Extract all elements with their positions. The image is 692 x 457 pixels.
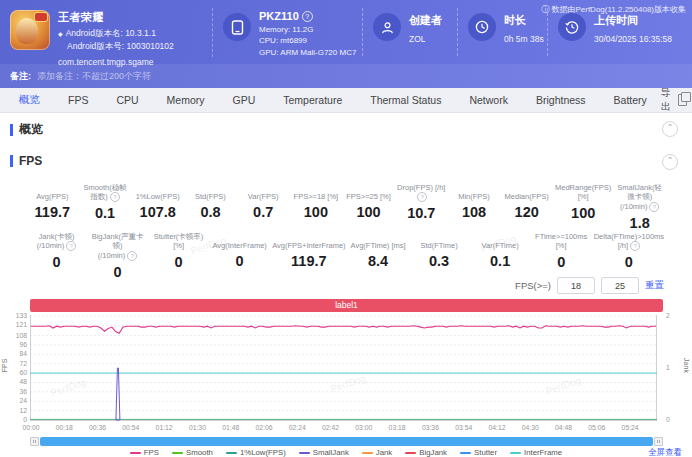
legend-item-fps[interactable]: FPS [130,448,159,457]
stat-label: Delta(FTime)>100ms [/h]? [594,232,664,251]
chart-scrollbar[interactable] [30,437,663,446]
stat-value: 120 [502,204,551,220]
upload-time-value: 30/04/2025 16:35:58 [594,34,672,44]
legend-marker [226,452,237,454]
phone-icon [223,13,251,41]
stat-cell: Delta(FTime)>100ms [/h]?0 [592,232,666,280]
scrollbar-left-handle[interactable] [30,437,39,446]
x-axis-tick: 01:12 [156,424,173,431]
x-axis-tick: 03:18 [389,424,406,431]
x-axis-tick: 02:24 [289,424,306,431]
diamond-icon: ◆ [58,31,63,37]
legend-marker [299,452,310,454]
right-axis-tick: 0 [666,416,670,423]
fps-chart-plot[interactable] [30,315,657,421]
tab-temperature[interactable]: Temperature [269,94,356,106]
export-button[interactable]: 导出 [661,86,687,114]
stat-label: FTime>=100ms [%] [533,232,590,251]
legend-item-smooth[interactable]: Smooth [172,448,213,457]
stat-value: 119.7 [272,253,345,269]
clock-icon [468,13,496,41]
help-icon[interactable]: ? [110,192,120,202]
left-axis-tick: 133 [7,312,27,319]
stat-cell: Avg(FPS+InterFrame)119.7 [270,232,347,280]
stat-value: 100 [555,205,611,221]
android-version-code: Android版本号: 1003010102 [58,41,174,53]
stat-value: 119.7 [28,204,77,220]
note-bar[interactable]: 备注: 添加备注：不超过200个字符 [0,64,692,88]
help-icon[interactable]: ? [127,251,137,261]
stat-value: 10.7 [397,205,446,221]
tab-memory[interactable]: Memory [153,94,219,106]
stat-value: 0 [150,254,207,270]
right-axis-tick: 1 [666,364,670,371]
legend-label: Smooth [186,448,213,457]
duration-label: 时长 [504,13,544,28]
tab-cpu[interactable]: CPU [102,94,152,106]
stat-label: Var(FTime) [472,232,529,250]
tab-network[interactable]: Network [455,94,522,106]
creator-value: ZOL [409,34,442,44]
legend-item-interframe[interactable]: InterFrame [510,448,562,457]
scrollbar-right-handle[interactable] [654,437,663,446]
device-info: PKZ110? Memory: 11.2G CPU: mt6899 GPU: A… [212,8,362,57]
upload-time-info: 上传时间 30/04/2025 16:35:58 [547,8,692,56]
fullscreen-link[interactable]: 全屏查看 [648,447,682,457]
stat-label: Avg(InterFrame) [211,232,268,250]
stat-cell: Stutter(卡顿率) [%]0 [148,232,209,280]
android-version-name: Android版本名: 10.3.1.1 [66,28,156,40]
help-icon[interactable]: ? [66,241,76,251]
game-app-icon [10,10,50,50]
stat-cell: Std(FPS)0.8 [184,183,237,231]
tab-brightness[interactable]: Brightness [522,94,600,106]
legend-item-bigjank[interactable]: BigJank [405,448,447,457]
stat-label: Drop(FPS) [/h]? [397,183,446,202]
stat-label: Jank(卡顿)(/10min)? [28,232,85,251]
left-axis-tick: 24 [7,397,27,404]
stat-label: FPS>=25 [%] [344,183,393,201]
note-placeholder: 添加备注：不超过200个字符 [37,70,151,83]
stat-cell: Avg(FPS)119.7 [26,183,79,231]
tab-thermal-status[interactable]: Thermal Status [356,94,455,106]
stat-value: 100 [292,204,341,220]
tab-gpu[interactable]: GPU [219,94,270,106]
stat-value: 0 [28,254,85,270]
left-axis-tick: 121 [7,321,27,328]
tab-fps[interactable]: FPS [54,94,102,106]
chart-label-banner: label1 [30,299,663,312]
stat-label: Stutter(卡顿率) [%] [150,232,207,251]
device-cpu: CPU: mt6899 [259,36,356,45]
help-icon[interactable]: ? [630,241,640,251]
reset-link[interactable]: 重置 [645,279,664,292]
legend-marker [460,452,471,454]
fps-stats-row-2: Jank(卡顿)(/10min)?0BigJank(严重卡顿)(/10min)?… [26,232,666,280]
tab-概览[interactable]: 概览 [5,93,54,107]
stat-cell: 1%Low(FPS)107.8 [131,183,184,231]
scrollbar-track[interactable] [40,437,653,446]
device-memory: Memory: 11.2G [259,25,356,34]
tab-battery[interactable]: Battery [600,94,661,106]
legend-item-jank[interactable]: Jank [362,448,392,457]
help-icon[interactable]: ? [649,202,659,212]
perfdog-report-page: ⓘ 数据由PerfDog(11.2.250408)版本收集 王者荣耀 ◆Andr… [0,0,692,457]
stat-cell: Smooth(稳帧指数)?0.1 [79,183,132,231]
legend-item-stutter[interactable]: Stutter [460,448,497,457]
x-axis-tick: 01:30 [189,424,206,431]
legend-label: BigJank [419,448,447,457]
stat-cell: FPS>=25 [%]100 [342,183,395,231]
legend-item-1-low-fps-[interactable]: 1%Low(FPS) [226,448,286,457]
fps-threshold-max-input[interactable] [601,277,639,294]
fps-threshold-min-input[interactable] [557,277,595,294]
legend-marker [510,452,521,454]
stat-cell: Min(FPS)108 [448,183,501,231]
fps-collapse-button[interactable]: ⌃ [662,154,678,170]
legend-label: 1%Low(FPS) [240,448,286,457]
legend-item-smalljank[interactable]: SmallJank [299,448,349,457]
stat-value: 8.4 [350,253,407,269]
left-axis-tick: 60 [7,369,27,376]
device-info-icon[interactable]: ? [302,11,313,22]
overview-collapse-button[interactable]: ⌃ [662,121,678,137]
stat-value: 0 [211,253,268,269]
stat-value: 0 [89,264,146,280]
help-icon[interactable]: ? [417,192,427,202]
